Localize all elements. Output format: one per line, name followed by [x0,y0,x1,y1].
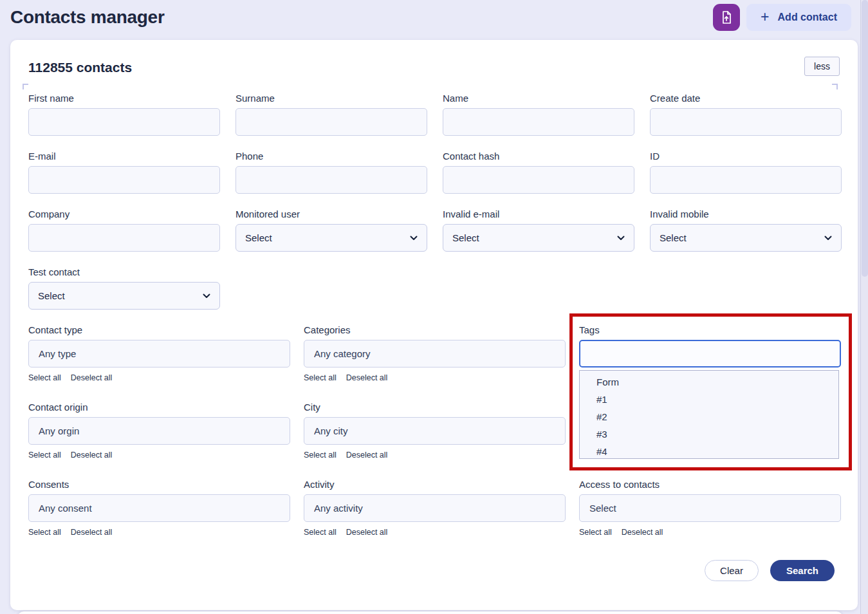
field-create-date: Create date [650,93,842,136]
phone-input[interactable] [235,166,427,194]
select-all-link[interactable]: Select all [28,373,61,382]
tags-option[interactable]: #3 [580,425,838,443]
field-city: City Select all Deselect all [304,402,566,460]
field-contact-hash: Contact hash [443,151,634,194]
field-consents: Consents Select all Deselect all [28,479,290,537]
less-button[interactable]: less [804,57,840,76]
create-date-label: Create date [650,93,842,104]
monitored-user-select[interactable]: Select [235,224,427,252]
filters-card: 112855 contacts less First name Surname … [10,40,858,610]
access-to-contacts-input[interactable] [579,494,841,522]
id-input[interactable] [650,166,842,194]
id-label: ID [650,151,842,162]
first-name-label: First name [28,93,220,104]
text-filters-grid: First name Surname Name Create date E-ma… [28,93,840,252]
categories-label: Categories [304,324,566,335]
contact-type-links: Select all Deselect all [28,373,290,382]
clear-button[interactable]: Clear [705,560,759,581]
email-label: E-mail [28,151,220,162]
add-contact-button[interactable]: + Add contact [746,4,851,31]
invalid-mobile-select[interactable]: Select [650,224,842,252]
deselect-all-link[interactable]: Deselect all [346,528,388,537]
consents-label: Consents [28,479,290,490]
access-to-contacts-label: Access to contacts [579,479,841,490]
access-to-contacts-links: Select all Deselect all [579,528,841,537]
invalid-email-value: Select [452,232,479,243]
activity-input[interactable] [304,494,566,522]
field-contact-origin: Contact origin Select all Deselect all [28,402,290,460]
select-all-link[interactable]: Select all [304,373,337,382]
search-button[interactable]: Search [770,560,835,581]
field-tags: Tags Form #1 #2 #3 #4 Select all Deselec… [579,324,841,382]
deselect-all-link[interactable]: Deselect all [346,451,388,460]
field-phone: Phone [235,151,427,194]
city-input[interactable] [304,417,566,445]
panel-corner-right [832,84,838,89]
deselect-all-link[interactable]: Deselect all [71,528,113,537]
contact-hash-input[interactable] [443,166,634,194]
page-title: Contacts manager [10,7,165,28]
email-input[interactable] [28,166,220,194]
name-label: Name [443,93,634,104]
select-all-link[interactable]: Select all [304,528,337,537]
company-input[interactable] [28,224,220,252]
scrollbar-thumb[interactable] [862,0,868,277]
import-contacts-button[interactable] [713,4,740,31]
tags-option[interactable]: #1 [580,391,838,408]
topbar-actions: + Add contact [713,4,851,31]
page-scrollbar[interactable] [860,0,868,614]
deselect-all-link[interactable]: Deselect all [71,451,113,460]
categories-input[interactable] [304,340,566,367]
invalid-mobile-value: Select [660,232,687,243]
tags-label: Tags [579,324,841,335]
field-first-name: First name [28,93,220,136]
tags-option[interactable]: #2 [580,408,838,425]
next-section-card-edge [17,611,843,614]
chevron-down-icon [410,236,418,241]
invalid-mobile-label: Invalid mobile [650,209,842,219]
surname-label: Surname [235,93,427,104]
tags-option[interactable]: Form [580,373,838,391]
field-access-to-contacts: Access to contacts Select all Deselect a… [579,479,841,537]
company-label: Company [28,209,220,219]
field-test-contact: Test contact Select [28,266,220,310]
create-date-input[interactable] [650,108,842,136]
tags-dropdown: Form #1 #2 #3 #4 [579,370,839,459]
field-email: E-mail [28,151,220,194]
deselect-all-link[interactable]: Deselect all [71,373,113,382]
file-upload-icon [719,10,734,25]
surname-input[interactable] [235,108,427,136]
monitored-user-label: Monitored user [235,209,427,219]
contacts-count: 112855 contacts [28,57,132,75]
invalid-email-label: Invalid e-mail [443,209,634,219]
tags-input[interactable] [579,340,841,367]
select-all-link[interactable]: Select all [304,451,337,460]
name-input[interactable] [443,108,634,136]
activity-links: Select all Deselect all [304,528,566,537]
select-all-link[interactable]: Select all [28,528,61,537]
contact-origin-label: Contact origin [28,402,290,413]
field-contact-type: Contact type Select all Deselect all [28,324,290,382]
select-all-link[interactable]: Select all [28,451,61,460]
contact-type-input[interactable] [28,340,290,367]
consents-input[interactable] [28,494,290,522]
invalid-email-select[interactable]: Select [443,224,634,252]
deselect-all-link[interactable]: Deselect all [346,373,388,382]
field-surname: Surname [235,93,427,136]
contacts-manager-page: Contacts manager + Add contact 11 [0,0,868,614]
first-name-input[interactable] [28,108,220,136]
field-monitored-user: Monitored user Select [235,209,427,252]
contact-origin-input[interactable] [28,417,290,445]
top-bar: Contacts manager + Add contact [0,0,868,35]
test-contact-select[interactable]: Select [28,282,220,310]
filters-area: First name Surname Name Create date E-ma… [28,93,840,581]
field-activity: Activity Select all Deselect all [304,479,566,537]
form-actions: Clear Search [28,560,840,581]
field-invalid-email: Invalid e-mail Select [443,209,634,252]
test-contact-value: Select [38,290,65,301]
tags-option[interactable]: #4 [580,443,838,460]
add-contact-label: Add contact [778,12,837,23]
deselect-all-link[interactable]: Deselect all [622,528,663,537]
monitored-user-value: Select [245,232,272,243]
select-all-link[interactable]: Select all [579,528,612,537]
